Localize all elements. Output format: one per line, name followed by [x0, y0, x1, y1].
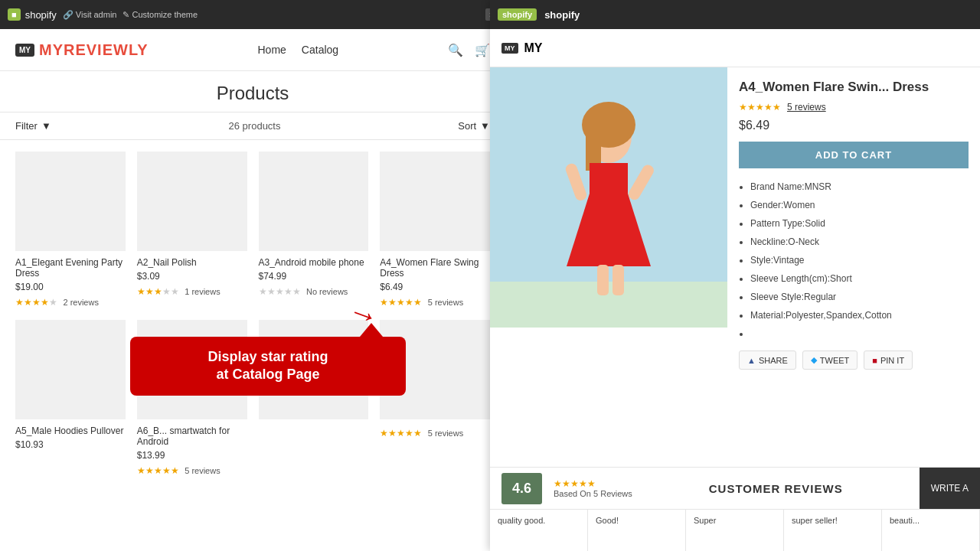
visit-admin-link[interactable]: 🔗 Visit admin [63, 10, 117, 20]
product-price-2: $3.09 [137, 271, 247, 282]
shopify-icon-left: ■ [8, 8, 21, 21]
search-icon[interactable]: 🔍 [448, 43, 463, 57]
shopify-badge-right: shopify [498, 8, 537, 21]
product-card-4[interactable]: A4_Women Flare Swing Dress $6.49 ★★★★★ 5… [380, 152, 490, 308]
product-image-2 [137, 152, 247, 251]
spec-neckline: Neckline:O-Neck [750, 233, 969, 251]
callout-catalog-bubble: Display star rating at Catalog Page [130, 337, 406, 396]
spec-sleeve-style: Sleeve Style:Regular [750, 288, 969, 306]
products-title-bar: Products [0, 71, 505, 112]
review-snippet-2: Good! [588, 510, 686, 551]
product-card-3[interactable]: A3_Android mobile phone $74.99 ★★★★★ No … [259, 152, 369, 308]
products-count: 26 products [229, 120, 281, 132]
product-price-5: $10.93 [15, 439, 126, 450]
store-header-right: MY MY [490, 29, 980, 67]
logo-box-right: MY [501, 43, 518, 54]
share-twitter-button[interactable]: ◆ TWEET [802, 350, 858, 370]
store-header-left: MY MYREVIEWly Home Catalog 🔍 🛒 [0, 29, 505, 71]
product-name-2: A2_Nail Polish [137, 257, 247, 268]
logo-text-right: MY [524, 41, 543, 55]
nav-home[interactable]: Home [258, 44, 286, 56]
product-card-5[interactable]: A5_Male Hoodies Pullover $10.93 [15, 320, 126, 477]
product-price-6: $13.99 [137, 450, 247, 461]
product-detail-title: A4_Women Flare Swin... Dress [739, 79, 969, 96]
product-card-2[interactable]: A2_Nail Polish $3.09 ★★★★★ 1 reviews [137, 152, 247, 308]
filter-button[interactable]: Filter ▼ [15, 120, 51, 132]
store-logo: MY MYREVIEWly [15, 41, 149, 59]
product-rating-2: ★★★★★ 1 reviews [137, 284, 247, 298]
product-grid: A1_Elegant Evening Party Dress $19.00 ★★… [0, 140, 505, 488]
right-panel-inner: shopify shopify Display star rating at p… [490, 0, 980, 551]
product-image-1 [15, 152, 126, 251]
product-stars: ★★★★★ [739, 102, 781, 112]
page-title: Products [0, 83, 505, 104]
nav-catalog[interactable]: Catalog [302, 44, 338, 56]
review-snippets-bar: quality good. Good! Super super seller! … [490, 509, 980, 551]
svg-rect-10 [612, 265, 624, 295]
spec-gender: Gender:Women [750, 196, 969, 214]
spec-material: Material:Polyester,Spandex,Cotton [750, 306, 969, 324]
product-card-1[interactable]: A1_Elegant Evening Party Dress $19.00 ★★… [15, 152, 126, 308]
product-name-3: A3_Android mobile phone [259, 257, 369, 268]
product-price-1: $19.00 [15, 282, 126, 292]
spec-extra [750, 324, 969, 343]
rating-stars-row: ★★★★★ Based On 5 Reviews [554, 478, 632, 498]
spec-brand: Brand Name:MNSR [750, 178, 969, 196]
product-name-4: A4_Women Flare Swing Dress [380, 257, 490, 279]
product-name-5: A5_Male Hoodies Pullover [15, 425, 126, 436]
reviews-bar: 4.6 ★★★★★ Based On 5 Reviews CUSTOMER RE… [490, 467, 980, 509]
review-stars: ★★★★★ [554, 478, 632, 489]
store-nav: Home Catalog [258, 44, 339, 56]
spec-pattern: Pattern Type:Solid [750, 214, 969, 233]
spec-style: Style:Vintage [750, 251, 969, 269]
logo-box: MY [15, 44, 34, 57]
product-rating-3: ★★★★★ No reviews [259, 284, 369, 298]
paint-icon: ✎ [122, 10, 129, 20]
product-image-svg [490, 67, 727, 328]
shopify-text-left: shopify [25, 9, 57, 21]
product-specs: Brand Name:MNSR Gender:Women Pattern Typ… [739, 178, 969, 343]
product-main-image [490, 67, 727, 328]
product-name-6: A6_B... smartwatch for Android [137, 425, 247, 447]
svg-rect-9 [597, 265, 609, 295]
product-price-4: $6.49 [380, 282, 490, 292]
review-snippet-3: Super [686, 510, 784, 551]
product-rating-1: ★★★★★ 2 reviews [15, 295, 126, 308]
cart-icon[interactable]: 🛒 [475, 43, 490, 57]
product-detail-rating: ★★★★★ 5 reviews [739, 102, 969, 112]
browser-bar-right: shopify shopify [490, 0, 980, 29]
svg-rect-5 [590, 163, 628, 194]
shopify-logo-left: ■ shopify [8, 8, 57, 21]
add-to-cart-button[interactable]: ADD TO CART [739, 142, 969, 168]
customize-theme-link[interactable]: ✎ Customize theme [122, 10, 198, 20]
product-rating-6: ★★★★★ 5 reviews [137, 463, 247, 477]
product-rating-8: ★★★★★ 5 reviews [380, 425, 490, 439]
share-pinterest-button[interactable]: ■ PIN IT [864, 350, 913, 370]
share-facebook-button[interactable]: ▲ SHARE [739, 350, 796, 370]
pinterest-icon: ■ [872, 356, 877, 365]
product-price-3: $74.99 [259, 271, 369, 282]
left-panel: ■ shopify 🔗 Visit admin ✎ Customize them… [0, 0, 505, 551]
share-bar: ▲ SHARE ◆ TWEET ■ PIN IT [739, 350, 969, 370]
rating-badge: 4.6 [501, 473, 542, 504]
right-panel: shopify shopify Display star rating at p… [490, 0, 980, 551]
product-detail-price: $6.49 [739, 119, 969, 132]
chevron-down-icon: ▼ [41, 120, 51, 132]
store-header-icons: 🔍 🛒 [448, 43, 490, 57]
chevron-down-icon-sort: ▼ [480, 120, 490, 132]
logo-text: MYREVIEWly [39, 41, 149, 59]
twitter-icon: ◆ [811, 355, 817, 365]
product-review-link[interactable]: 5 reviews [787, 102, 826, 112]
product-image-5 [15, 320, 126, 419]
browser-bar-left: ■ shopify 🔗 Visit admin ✎ Customize them… [0, 0, 505, 29]
product-name-1: A1_Elegant Evening Party Dress [15, 257, 126, 279]
sort-button[interactable]: Sort ▼ [458, 120, 490, 132]
review-snippet-4: super seller! [784, 510, 882, 551]
external-link-icon: 🔗 [63, 10, 74, 20]
write-review-button[interactable]: WRITE A [920, 468, 980, 509]
facebook-icon: ▲ [747, 356, 756, 365]
filter-sort-bar: Filter ▼ 26 products Sort ▼ [0, 112, 505, 140]
product-rating-4: ★★★★★ 5 reviews [380, 295, 490, 308]
spec-sleeve-length: Sleeve Length(cm):Short [750, 269, 969, 288]
review-snippet-1: quality good. [490, 510, 588, 551]
